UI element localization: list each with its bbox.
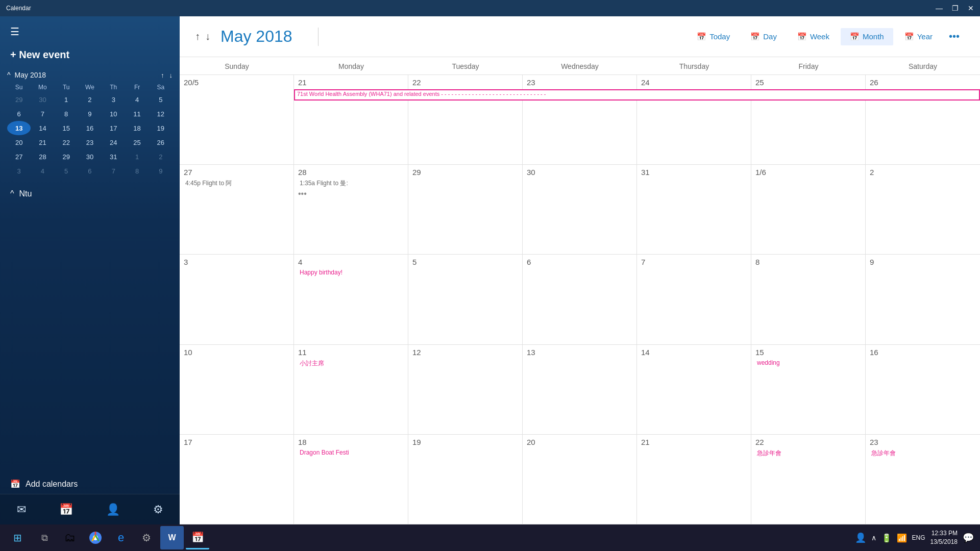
- settings-taskbar-button[interactable]: ⚙: [135, 526, 158, 549]
- mini-cal-day[interactable]: 6: [78, 164, 102, 178]
- cal-cell[interactable]: 17: [180, 435, 294, 524]
- event-item[interactable]: 急診年會: [755, 448, 861, 458]
- next-button[interactable]: ↓: [205, 31, 210, 42]
- add-calendars-button[interactable]: 📅 Add calendars: [0, 474, 180, 494]
- mini-cal-day[interactable]: 22: [55, 135, 78, 149]
- mini-cal-day[interactable]: 2: [149, 149, 173, 164]
- cal-cell[interactable]: 6: [523, 255, 637, 344]
- mini-cal-day[interactable]: 15: [55, 121, 78, 135]
- windows-start-button[interactable]: ⊞: [4, 524, 31, 551]
- mini-cal-day[interactable]: 23: [78, 135, 102, 149]
- calendar-icon[interactable]: 📅: [59, 503, 73, 516]
- mini-cal-day[interactable]: 11: [125, 107, 149, 121]
- taskbar-clock[interactable]: 12:33 PM 13/5/2018: [930, 529, 958, 546]
- lang-label[interactable]: ENG: [912, 534, 925, 541]
- mini-cal-day[interactable]: 5: [55, 164, 78, 178]
- mini-cal-day[interactable]: 28: [31, 149, 54, 164]
- mini-cal-day[interactable]: 20: [7, 135, 31, 149]
- cal-cell[interactable]: 21: [294, 75, 408, 164]
- mini-cal-day[interactable]: 12: [149, 107, 173, 121]
- settings-icon[interactable]: ⚙: [153, 503, 163, 516]
- mini-cal-day[interactable]: 30: [78, 149, 102, 164]
- mini-cal-day[interactable]: 6: [7, 107, 31, 121]
- mini-cal-day[interactable]: 29: [7, 92, 31, 107]
- minimize-button[interactable]: —: [936, 4, 943, 12]
- sidebar-section-ntu[interactable]: ^ Ntu: [0, 182, 180, 203]
- cal-cell[interactable]: 23急診年會: [866, 435, 980, 524]
- mini-cal-day[interactable]: 5: [149, 92, 173, 107]
- mini-cal-day[interactable]: 13: [7, 121, 31, 135]
- cal-cell[interactable]: 18Dragon Boat Festi: [294, 435, 408, 524]
- cal-cell[interactable]: 29: [408, 165, 523, 254]
- mini-cal-day[interactable]: 18: [125, 121, 149, 135]
- cal-cell[interactable]: 274:45p Flight to 阿: [180, 165, 294, 254]
- event-item[interactable]: 急診年會: [870, 448, 976, 458]
- mini-cal-day[interactable]: 4: [31, 164, 54, 178]
- event-item[interactable]: 4:45p Flight to 阿: [184, 179, 289, 188]
- mini-cal-day[interactable]: 2: [78, 92, 102, 107]
- month-button[interactable]: 📅 Month: [841, 28, 893, 45]
- mini-cal-day[interactable]: 29: [55, 149, 78, 164]
- notification-icon[interactable]: 💬: [963, 532, 974, 543]
- mini-cal-day[interactable]: 19: [149, 121, 173, 135]
- close-button[interactable]: ✕: [968, 4, 974, 12]
- mini-cal-day[interactable]: 7: [31, 107, 54, 121]
- event-item[interactable]: 1:35a Flight to 曼:: [298, 179, 404, 188]
- cal-cell[interactable]: 3: [180, 255, 294, 344]
- mini-cal-day[interactable]: 27: [7, 149, 31, 164]
- cal-cell[interactable]: 20/5: [180, 75, 294, 164]
- people-icon[interactable]: 👤: [106, 503, 120, 516]
- cal-cell[interactable]: 5: [408, 255, 523, 344]
- mini-cal-day[interactable]: 4: [125, 92, 149, 107]
- hamburger-icon[interactable]: ☰: [10, 26, 19, 38]
- calendar-taskbar-button[interactable]: 📅: [186, 526, 209, 549]
- mini-cal-day[interactable]: 25: [125, 135, 149, 149]
- mini-cal-day[interactable]: 9: [78, 107, 102, 121]
- cal-cell[interactable]: 7: [637, 255, 751, 344]
- week-button[interactable]: 📅 Week: [788, 28, 839, 45]
- cal-cell[interactable]: 19: [408, 435, 523, 524]
- mini-cal-day[interactable]: 24: [102, 135, 125, 149]
- cal-cell[interactable]: 10: [180, 345, 294, 434]
- more-button[interactable]: •••: [944, 31, 965, 42]
- mini-cal-day[interactable]: 31: [102, 149, 125, 164]
- mini-cal-day[interactable]: 17: [102, 121, 125, 135]
- mini-cal-collapse[interactable]: ^: [7, 71, 11, 79]
- cal-cell[interactable]: 13: [523, 345, 637, 434]
- cal-cell[interactable]: 281:35a Flight to 曼:•••: [294, 165, 408, 254]
- new-event-button[interactable]: + New event: [0, 43, 180, 67]
- cal-cell[interactable]: 25: [751, 75, 866, 164]
- mini-cal-day[interactable]: 26: [149, 135, 173, 149]
- up-arrow-icon[interactable]: ∧: [871, 534, 876, 542]
- cal-cell[interactable]: 24: [637, 75, 751, 164]
- cal-cell[interactable]: 8: [751, 255, 866, 344]
- mail-icon[interactable]: ✉: [17, 503, 26, 516]
- mini-cal-day[interactable]: 8: [125, 164, 149, 178]
- mini-cal-day[interactable]: 1: [125, 149, 149, 164]
- mini-cal-day[interactable]: 21: [31, 135, 54, 149]
- cal-cell[interactable]: 4Happy birthday!: [294, 255, 408, 344]
- cal-cell[interactable]: 9: [866, 255, 980, 344]
- mini-cal-day[interactable]: 30: [31, 92, 54, 107]
- today-button[interactable]: 📅 Today: [688, 28, 739, 45]
- mini-cal-prev[interactable]: ↑: [161, 71, 164, 79]
- day-button[interactable]: 📅 Day: [741, 28, 786, 45]
- year-button[interactable]: 📅 Year: [895, 28, 942, 45]
- event-item[interactable]: 小討主席: [298, 359, 404, 368]
- mini-cal-day[interactable]: 14: [31, 121, 54, 135]
- prev-button[interactable]: ↑: [195, 31, 200, 42]
- cal-cell[interactable]: 26: [866, 75, 980, 164]
- event-item[interactable]: Dragon Boat Festi: [298, 448, 404, 457]
- cal-cell[interactable]: 233p International C: [523, 75, 637, 164]
- cal-cell[interactable]: 21: [637, 435, 751, 524]
- cal-cell[interactable]: 1/6: [751, 165, 866, 254]
- event-item[interactable]: 3p International C: [527, 90, 632, 96]
- cal-cell[interactable]: 20: [523, 435, 637, 524]
- cal-cell[interactable]: 14: [637, 345, 751, 434]
- mini-cal-day[interactable]: 3: [7, 164, 31, 178]
- cal-cell[interactable]: 31: [637, 165, 751, 254]
- ie-button[interactable]: e: [109, 526, 133, 549]
- mini-cal-day[interactable]: 7: [102, 164, 125, 178]
- mini-cal-day[interactable]: 16: [78, 121, 102, 135]
- cal-cell[interactable]: 22急診年會: [751, 435, 866, 524]
